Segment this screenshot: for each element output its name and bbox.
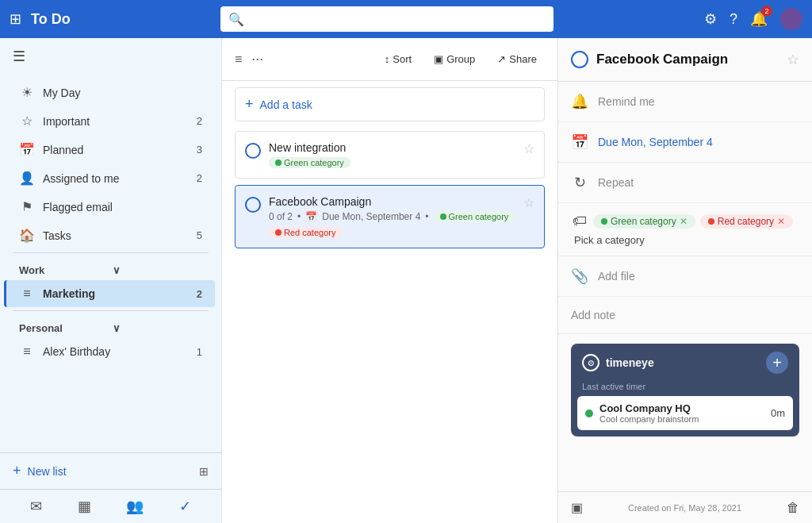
sidebar-item-assigned[interactable]: 👤 Assigned to me 2 [6, 164, 215, 192]
new-list-button[interactable]: + New list ⊞ [0, 452, 221, 489]
red-dot-facebook [275, 229, 282, 236]
detail-categories-row: 🏷 Green category ✕ Red category ✕ Pick a… [558, 203, 812, 256]
detail-title: Facebook Campaign [596, 52, 779, 67]
notification-icon[interactable]: 🔔 2 [750, 10, 768, 28]
sidebar-group-personal[interactable]: Personal ∨ [0, 314, 221, 337]
sidebar-item-planned[interactable]: 📅 Planned 3 [6, 136, 215, 163]
task-subtask-count: 0 of 2 [269, 211, 293, 222]
timeneye-logo-circle: ⊙ [582, 354, 599, 371]
task-star-facebook[interactable]: ☆ [523, 195, 534, 210]
detail-panel: Facebook Campaign ☆ 🔔 Remind me 📅 Due Mo… [558, 38, 812, 523]
task-meta-dot2: • [425, 211, 428, 222]
main-layout: ☰ ☀ My Day ☆ Important 2 📅 Planned 3 👤 A… [0, 38, 812, 523]
planned-count: 3 [197, 144, 202, 156]
flag-icon: ⚑ [19, 199, 35, 214]
sidebar-label-birthday: Alex' Birthday [43, 345, 189, 358]
mail-footer-icon[interactable]: ✉ [30, 498, 42, 515]
hamburger-icon[interactable]: ☰ [13, 48, 25, 64]
sidebar-item-my-day[interactable]: ☀ My Day [6, 79, 215, 106]
person-icon: 👤 [19, 171, 35, 186]
detail-remind-label: Remind me [598, 95, 655, 108]
list-icon-birthday: ≡ [19, 344, 35, 359]
task-meta-new-integration: Green category [269, 157, 515, 168]
detail-cat-red[interactable]: Red category ✕ [700, 214, 793, 229]
task-circle-new-integration[interactable] [245, 143, 261, 159]
task-card-facebook[interactable]: Facebook Campaign 0 of 2 • 📅 Due Mon, Se… [235, 185, 545, 248]
sidebar-item-marketing[interactable]: ≡ Marketing 2 [4, 280, 215, 307]
people-footer-icon[interactable]: 👥 [126, 498, 144, 515]
sun-icon: ☀ [19, 85, 35, 100]
plus-icon: + [13, 463, 21, 479]
sidebar-item-flagged[interactable]: ⚑ Flagged email [6, 193, 215, 221]
settings-icon[interactable]: ⚙ [704, 10, 717, 28]
share-list-icon[interactable]: ⊞ [199, 465, 209, 478]
sidebar-item-tasks[interactable]: 🏠 Tasks 5 [6, 221, 215, 249]
sidebar-group-work[interactable]: Work ∨ [0, 256, 221, 279]
birthday-count: 1 [197, 346, 202, 358]
list-view-icon[interactable]: ≡ [235, 52, 242, 67]
group-icon: ▣ [434, 53, 443, 65]
detail-green-remove[interactable]: ✕ [680, 216, 688, 227]
detail-red-remove[interactable]: ✕ [777, 216, 785, 227]
timeneye-header: ⊙ timeneye + [571, 344, 799, 382]
marketing-count: 2 [197, 288, 202, 300]
timeneye-title: timeneye [606, 356, 654, 369]
detail-repeat-label: Repeat [598, 176, 634, 189]
paperclip-icon: 📎 [571, 267, 588, 285]
timeneye-add-button[interactable]: + [766, 352, 788, 374]
pick-category-button[interactable]: Pick a category [574, 234, 645, 246]
bell-icon: 🔔 [571, 93, 588, 110]
work-chevron-icon: ∨ [113, 264, 203, 276]
detail-remind-row[interactable]: 🔔 Remind me [558, 82, 812, 122]
tasks-count: 5 [197, 229, 202, 241]
work-group-label: Work [19, 264, 109, 276]
sidebar-item-alex-birthday[interactable]: ≡ Alex' Birthday 1 [6, 338, 215, 365]
content-area: ≡ ··· ↕ Sort ▣ Group ↗ Share + Add a tas… [222, 38, 558, 523]
sidebar-label-planned: Planned [43, 144, 189, 156]
sidebar-divider-1 [13, 252, 209, 253]
sidebar-label-marketing: Marketing [43, 287, 189, 300]
detail-note-label: Add note [571, 309, 615, 321]
detail-green-label: Green category [611, 216, 676, 227]
detail-addfile-label: Add file [598, 270, 635, 283]
detail-task-circle[interactable] [571, 51, 588, 68]
task-circle-facebook[interactable] [245, 197, 261, 213]
sidebar-footer: ✉ ▦ 👥 ✓ [0, 489, 221, 523]
grid-icon[interactable]: ⊞ [10, 10, 21, 28]
detail-note-row[interactable]: Add note [558, 297, 812, 334]
timeneye-entry-info: Cool Company HQ Cool company brainstorm [599, 402, 764, 424]
timeneye-entry[interactable]: Cool Company HQ Cool company brainstorm … [577, 396, 793, 430]
detail-footer: ▣ Created on Fri, May 28, 2021 🗑 [558, 491, 812, 523]
calendar-meta-icon: 📅 [305, 211, 317, 222]
sidebar-item-important[interactable]: ☆ Important 2 [6, 107, 215, 135]
task-cat-green-facebook: Green category [434, 211, 515, 222]
search-bar[interactable]: 🔍 [220, 6, 553, 32]
add-task-row[interactable]: + Add a task [235, 87, 545, 121]
detail-repeat-row[interactable]: ↻ Repeat [558, 163, 812, 203]
content-toolbar: ≡ ··· ↕ Sort ▣ Group ↗ Share [222, 38, 557, 81]
detail-panel-icon[interactable]: ▣ [571, 500, 583, 515]
check-footer-icon[interactable]: ✓ [179, 498, 191, 515]
detail-addfile-row[interactable]: 📎 Add file [558, 256, 812, 297]
detail-header: Facebook Campaign ☆ [558, 38, 812, 82]
delete-icon[interactable]: 🗑 [787, 501, 799, 515]
toolbar-dots-icon[interactable]: ··· [248, 48, 266, 71]
share-button[interactable]: ↗ Share [489, 50, 545, 68]
help-icon[interactable]: ? [730, 11, 737, 28]
task-star-integration[interactable]: ☆ [523, 141, 534, 156]
detail-due-row[interactable]: 📅 Due Mon, September 4 [558, 122, 812, 163]
add-task-plus-icon: + [245, 96, 254, 113]
detail-star-icon[interactable]: ☆ [787, 51, 799, 68]
detail-due-label: Due Mon, September 4 [598, 136, 713, 148]
search-icon: 🔍 [228, 12, 244, 27]
group-button[interactable]: ▣ Group [426, 50, 483, 68]
topbar: ⊞ To Do 🔍 ⚙ ? 🔔 2 [0, 0, 812, 38]
search-input[interactable] [249, 13, 546, 25]
tag-icon: 🏷 [571, 213, 588, 229]
home-icon: 🏠 [19, 228, 35, 243]
detail-cat-green[interactable]: Green category ✕ [593, 214, 695, 229]
task-card-new-integration[interactable]: New integration Green category ☆ [235, 131, 545, 179]
sort-button[interactable]: ↕ Sort [377, 50, 419, 68]
avatar[interactable] [780, 8, 802, 30]
calendar-footer-icon[interactable]: ▦ [78, 498, 91, 515]
